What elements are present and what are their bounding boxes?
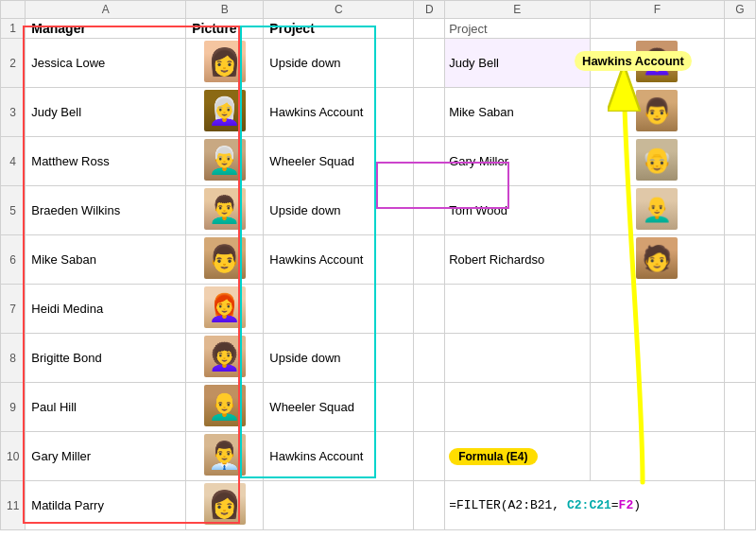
avatar-paul: 👨‍🦲 <box>204 385 246 426</box>
formula-badge: Formula (E4) <box>449 448 537 465</box>
d11-cell <box>414 481 445 530</box>
manager-10[interactable]: Gary Miller <box>26 432 186 481</box>
col-b-header[interactable]: B <box>186 1 264 19</box>
row-9: 9 Paul Hill 👨‍🦲 Wheeler Squad <box>1 383 756 432</box>
picture-header[interactable]: Picture <box>186 19 264 39</box>
g10-cell <box>725 432 756 481</box>
row-8: 8 Brigitte Bond 👩‍🦱 Upside down <box>1 334 756 383</box>
avatar-matilda: 👩 <box>204 483 246 525</box>
e7-cell <box>445 285 590 334</box>
manager-2[interactable]: Jessica Lowe <box>26 39 186 88</box>
avatar-matthew: 👨‍🦳 <box>204 139 246 181</box>
e8-cell <box>445 334 590 383</box>
col-header-row: A B C D E F G <box>1 1 756 19</box>
picture-6: 👨 <box>186 235 264 285</box>
g3-cell <box>725 88 756 137</box>
manager-8[interactable]: Brigitte Bond <box>26 334 186 383</box>
picture-4: 👨‍🦳 <box>186 137 264 186</box>
project-9[interactable]: Wheeler Squad <box>264 383 414 432</box>
d6-cell <box>414 235 445 285</box>
project-5[interactable]: Upside down <box>264 186 414 235</box>
d10-cell <box>414 432 445 481</box>
d3-cell <box>414 88 445 137</box>
d8-cell <box>414 334 445 383</box>
row-num-1: 1 <box>1 19 26 39</box>
row-7: 7 Heidi Medina 👩‍🦰 <box>1 285 756 334</box>
e1-project-label[interactable]: Project <box>445 19 590 39</box>
avatar-gary: 👨‍💼 <box>204 434 246 476</box>
avatar-brigitte: 👩‍🦱 <box>204 336 246 377</box>
row-5: 5 Braeden Wilkins 👨‍🦱 Upside down Tom Wo… <box>1 186 756 235</box>
col-c-header[interactable]: C <box>264 1 414 19</box>
picture-9: 👨‍🦲 <box>186 383 264 432</box>
g6-cell <box>725 235 756 285</box>
picture-11: 👩 <box>186 481 264 530</box>
g2-cell <box>725 39 756 88</box>
project-header[interactable]: Project <box>264 19 414 39</box>
result-avatar-2: 👨 <box>636 90 678 131</box>
manager-4[interactable]: Matthew Ross <box>26 137 186 186</box>
avatar-judy: 👩‍🦳 <box>204 90 246 131</box>
col-a-header[interactable]: A <box>26 1 186 19</box>
project-7[interactable] <box>264 285 414 334</box>
e4-result-name[interactable]: Gary Miller <box>445 137 590 186</box>
row-3: 3 Judy Bell 👩‍🦳 Hawkins Account Mike Sab… <box>1 88 756 137</box>
project-10[interactable]: Hawkins Account <box>264 432 414 481</box>
row-num-3: 3 <box>1 88 26 137</box>
e2-result-name[interactable]: Judy Bell <box>445 39 590 88</box>
g5-cell <box>725 186 756 235</box>
picture-10: 👨‍💼 <box>186 432 264 481</box>
manager-3[interactable]: Judy Bell <box>26 88 186 137</box>
manager-header[interactable]: Manager <box>26 19 186 39</box>
e3-result-name[interactable]: Mike Saban <box>445 88 590 137</box>
hawkins-account-label: Hawkins Account <box>575 51 692 71</box>
row-4: 4 Matthew Ross 👨‍🦳 Wheeler Squad Gary Mi… <box>1 137 756 186</box>
e5-result-name[interactable]: Tom Wood <box>445 186 590 235</box>
project-8[interactable]: Upside down <box>264 334 414 383</box>
g11-cell <box>725 481 756 530</box>
row-6: 6 Mike Saban 👨 Hawkins Account Robert Ri… <box>1 235 756 285</box>
g8-cell <box>725 334 756 383</box>
manager-9[interactable]: Paul Hill <box>26 383 186 432</box>
manager-7[interactable]: Heidi Medina <box>26 285 186 334</box>
main-table: A B C D E F G 1 Manager Picture Project … <box>0 0 756 530</box>
g1-cell <box>725 19 756 39</box>
col-f-header[interactable]: F <box>590 1 724 19</box>
e6-result-name[interactable]: Robert Richardso <box>445 235 590 285</box>
row-num-2: 2 <box>1 39 26 88</box>
d7-cell <box>414 285 445 334</box>
project-4[interactable]: Wheeler Squad <box>264 137 414 186</box>
f8-cell <box>590 334 724 383</box>
e10-formula-badge: Formula (E4) <box>445 432 590 481</box>
picture-5: 👨‍🦱 <box>186 186 264 235</box>
row-num-4: 4 <box>1 137 26 186</box>
picture-7: 👩‍🦰 <box>186 285 264 334</box>
avatar-jessica: 👩 <box>204 41 246 82</box>
row-num-11: 11 <box>1 481 26 530</box>
f5-result-pic: 👨‍🦲 <box>590 186 724 235</box>
col-g-header[interactable]: G <box>725 1 756 19</box>
col-d-header[interactable]: D <box>414 1 445 19</box>
col-e-header[interactable]: E <box>445 1 590 19</box>
project-2[interactable]: Upside down <box>264 39 414 88</box>
row-num-10: 10 <box>1 432 26 481</box>
d5-cell <box>414 186 445 235</box>
project-11[interactable] <box>264 481 414 530</box>
row-11: 11 Matilda Parry 👩 =FILTER(A2:B21, C2:C2… <box>1 481 756 530</box>
corner-cell <box>1 1 26 19</box>
e9-cell <box>445 383 590 432</box>
f3-result-pic: 👨 <box>590 88 724 137</box>
filter-formula: =FILTER(A2:B21, C2:C21=F2) <box>449 498 641 512</box>
formula-magenta-part: F2 <box>619 498 634 512</box>
project-6[interactable]: Hawkins Account <box>264 235 414 285</box>
result-avatar-3: 👴 <box>636 139 678 181</box>
result-avatar-5: 🧑 <box>636 237 678 279</box>
manager-11[interactable]: Matilda Parry <box>26 481 186 530</box>
manager-5[interactable]: Braeden Wilkins <box>26 186 186 235</box>
d4-cell <box>414 137 445 186</box>
picture-3: 👩‍🦳 <box>186 88 264 137</box>
picture-2: 👩 <box>186 39 264 88</box>
project-3[interactable]: Hawkins Account <box>264 88 414 137</box>
result-avatar-4: 👨‍🦲 <box>636 188 678 230</box>
manager-6[interactable]: Mike Saban <box>26 235 186 285</box>
